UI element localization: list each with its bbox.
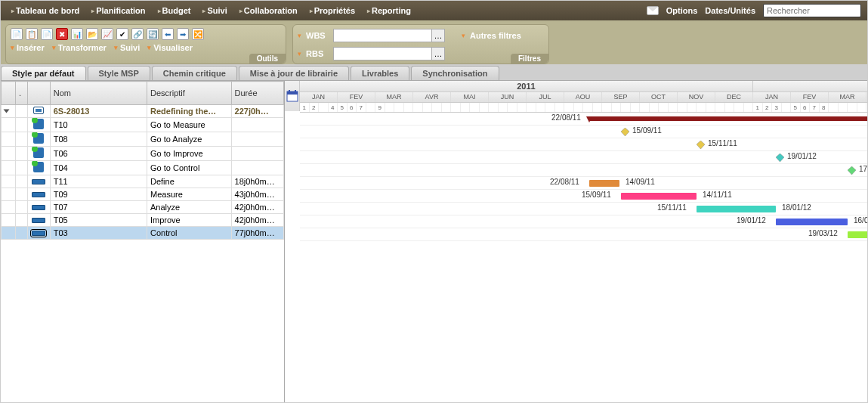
task-bar-icon: [32, 192, 45, 197]
menu-propriétés[interactable]: ▸Propriétés: [305, 1, 360, 20]
tool-icon-7[interactable]: ✔: [116, 28, 128, 40]
toolbar-area: 📄📋📄✖📊📂📈✔🔗🔄⬅➡🔀 ▾Insérer▾Transformer▾Suivi…: [1, 20, 867, 64]
task-bar[interactable]: [776, 219, 848, 225]
task-row[interactable]: T08Go to Analyze: [2, 132, 284, 147]
rbs-label: RBS: [306, 49, 329, 58]
rbs-dropdown-button[interactable]: …: [431, 47, 445, 60]
tool-icon-3[interactable]: ✖: [56, 28, 68, 40]
milestone-icon[interactable]: [621, 128, 629, 136]
chevron-right-icon: ▸: [11, 8, 14, 14]
tab-1[interactable]: Style MSP: [88, 66, 150, 80]
wbs-combo[interactable]: …: [333, 29, 445, 42]
task-row[interactable]: T10Go to Measure: [2, 118, 284, 132]
tool-icon-1[interactable]: 📋: [26, 28, 38, 40]
cell-desc: Control: [147, 227, 231, 240]
menu-collaboration[interactable]: ▸Collaboration: [235, 1, 302, 20]
col-nom[interactable]: Nom: [50, 82, 147, 105]
tool-icon-6[interactable]: 📈: [101, 28, 113, 40]
tool-icon-2[interactable]: 📄: [41, 28, 53, 40]
milestone-flag-icon: [33, 162, 44, 172]
tab-0[interactable]: Style par défaut: [1, 66, 86, 80]
wbs-dropdown-button[interactable]: …: [431, 29, 445, 42]
chevron-down-icon: ▾: [147, 44, 151, 51]
mail-icon[interactable]: [647, 6, 659, 15]
gantt-scroll[interactable]: 201120122013 JANFEVMARAVRMAIJUNJULAOUSEP…: [285, 81, 867, 402]
col-dot[interactable]: .: [15, 82, 27, 105]
submenu-visualiser[interactable]: ▾Visualiser: [147, 43, 193, 52]
tab-4[interactable]: Livrables: [351, 66, 409, 80]
dates-link[interactable]: Dates/Unités: [705, 6, 755, 15]
task-row[interactable]: T11Define18j0h0m…: [2, 175, 284, 188]
expander-icon[interactable]: [4, 110, 10, 113]
milestone-icon[interactable]: [697, 141, 705, 149]
month-label: FEV: [338, 92, 375, 102]
col-exp[interactable]: [2, 82, 16, 105]
rbs-input[interactable]: [333, 47, 431, 60]
tool-icon-9[interactable]: 🔄: [147, 28, 159, 40]
cell-nom: T09: [50, 188, 147, 201]
menu-planification[interactable]: ▸Planification: [87, 1, 150, 20]
menu-budget[interactable]: ▸Budget: [153, 1, 196, 20]
filters-panel: ▾ WBS … ▾ Autres filtres ▾ RBS … Filtres: [292, 24, 549, 64]
cell-dur: 42j0h0m…: [231, 214, 283, 227]
tool-icon-8[interactable]: 🔗: [131, 28, 144, 40]
task-bar-icon: [32, 218, 45, 223]
cell-dur: 227j0h…: [231, 105, 283, 118]
task-row[interactable]: T06Go to Improve: [2, 147, 284, 161]
tool-icon-11[interactable]: ➡: [177, 28, 189, 40]
tab-2[interactable]: Chemin critique: [152, 66, 237, 80]
col-desc[interactable]: Descriptif: [147, 82, 231, 105]
cell-desc: Define: [147, 175, 231, 188]
col-ico[interactable]: [27, 82, 50, 105]
task-row[interactable]: T03Control77j0h0m…: [2, 227, 284, 240]
cell-desc: Go to Analyze: [147, 132, 231, 147]
task-bar[interactable]: [589, 180, 619, 187]
gantt-row: 19/01/1216/03/12: [300, 215, 867, 228]
milestone-icon[interactable]: [776, 153, 784, 162]
project-icon: [33, 107, 44, 114]
tool-icon-5[interactable]: 📂: [86, 28, 98, 40]
task-bar-icon: [32, 231, 45, 236]
menu-reporting[interactable]: ▸Reporting: [363, 1, 415, 20]
milestone-icon[interactable]: [848, 166, 856, 175]
task-row[interactable]: T09Measure43j0h0m…: [2, 188, 284, 201]
task-row[interactable]: T07Analyze42j0h0m…: [2, 201, 284, 214]
chevron-down-icon: ▾: [114, 44, 118, 51]
tool-submenu: ▾Insérer▾Transformer▾Suivi▾Visualiser: [11, 43, 281, 52]
tool-icon-10[interactable]: ⬅: [162, 28, 174, 40]
month-label: AVR: [413, 92, 451, 102]
tool-icon-12[interactable]: 🔀: [192, 28, 204, 40]
summary-bar[interactable]: [589, 116, 867, 121]
submenu-transformer[interactable]: ▾Transformer: [52, 43, 107, 52]
options-link[interactable]: Options: [666, 6, 698, 15]
chevron-down-icon: ▾: [11, 44, 14, 51]
col-dur[interactable]: Durée: [231, 82, 283, 105]
task-grid[interactable]: .NomDescriptifDurée 6S-28013Redefining t…: [1, 81, 284, 240]
task-row[interactable]: T04Go to Control: [2, 161, 284, 175]
task-row[interactable]: T05Improve42j0h0m…: [2, 214, 284, 227]
task-bar[interactable]: [697, 206, 776, 212]
task-bar[interactable]: [621, 193, 697, 200]
other-filters[interactable]: Autres filtres: [470, 31, 521, 40]
rbs-combo[interactable]: …: [333, 47, 445, 60]
cell-desc: Measure: [147, 188, 231, 201]
tool-icon-0[interactable]: 📄: [11, 28, 23, 40]
search-input[interactable]: [763, 4, 861, 17]
milestone-flag-icon: [33, 119, 44, 129]
gantt-row: 15/11/11: [300, 138, 867, 151]
wbs-input[interactable]: [333, 29, 431, 42]
task-row[interactable]: 6S-28013Redefining the…227j0h…: [2, 105, 284, 118]
tab-3[interactable]: Mise à jour de librairie: [239, 66, 349, 80]
tool-icon-4[interactable]: 📊: [71, 28, 83, 40]
gantt-row: 15/09/11: [300, 126, 867, 138]
menu-suivi[interactable]: ▸Suivi: [198, 1, 231, 20]
submenu-insérer[interactable]: ▾Insérer: [11, 43, 45, 52]
tab-5[interactable]: Synchronisation: [411, 66, 499, 80]
task-bar[interactable]: [848, 231, 867, 238]
gantt-row: 22/08/1114/09/11: [300, 177, 867, 190]
submenu-suivi[interactable]: ▾Suivi: [114, 43, 140, 52]
calendar-icon[interactable]: [285, 81, 300, 111]
month-label: SEP: [602, 92, 640, 102]
menu-tableau-de-bord[interactable]: ▸Tableau de bord: [7, 1, 84, 20]
cell-dur: [231, 118, 283, 132]
